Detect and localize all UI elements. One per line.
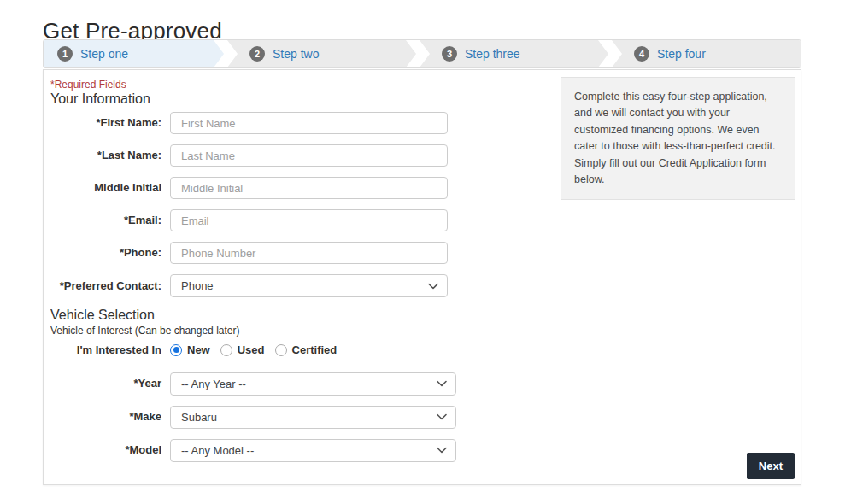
step-one-number-badge: 1	[57, 46, 73, 62]
preferred-contact-select[interactable]: Phone	[170, 274, 448, 297]
step-two-label: Step two	[273, 47, 319, 61]
radio-new-icon[interactable]	[170, 344, 182, 356]
first-name-input[interactable]	[170, 112, 448, 134]
tab-step-one[interactable]: 1 Step one	[44, 40, 224, 67]
last-name-label: *Last Name:	[50, 149, 170, 162]
step-three-number-badge: 3	[442, 46, 457, 62]
interested-in-label: I'm Interested In	[50, 343, 170, 357]
email-input[interactable]	[170, 209, 448, 231]
step-wizard: 1 Step one 2 Step two 3 Step three 4 Ste…	[43, 39, 801, 68]
vehicle-selection-subheading: Vehicle of Interest (Can be changed late…	[50, 325, 801, 337]
preferred-contact-label: *Preferred Contact:	[50, 279, 170, 293]
year-row: *Year -- Any Year --	[50, 372, 801, 396]
tab-step-three[interactable]: 3 Step three	[420, 40, 608, 67]
year-selected-value: -- Any Year --	[181, 378, 246, 390]
model-row: *Model -- Any Model --	[50, 439, 801, 462]
make-row: *Make Subaru	[50, 406, 801, 429]
next-button[interactable]: Next	[747, 453, 795, 479]
radio-used-icon[interactable]	[220, 344, 232, 356]
interested-in-row: I'm Interested In New Used Certified	[50, 343, 801, 357]
model-select[interactable]: -- Any Model --	[170, 439, 456, 462]
make-selected-value: Subaru	[181, 411, 217, 424]
application-form-panel: *Required Fields Your Information *First…	[43, 69, 801, 485]
preferred-contact-selected-value: Phone	[181, 279, 214, 292]
email-label: *Email:	[50, 214, 170, 227]
last-name-input[interactable]	[170, 144, 448, 167]
tab-step-two[interactable]: 2 Step two	[227, 40, 416, 67]
chevron-down-icon	[437, 447, 447, 454]
preferred-contact-row: *Preferred Contact: Phone	[50, 274, 801, 297]
radio-certified-label: Certified	[292, 343, 338, 356]
chevron-down-icon	[428, 283, 438, 290]
chevron-down-icon	[437, 413, 447, 420]
radio-option-new[interactable]: New	[170, 343, 210, 356]
make-select[interactable]: Subaru	[170, 406, 456, 429]
year-label: *Year	[50, 377, 170, 390]
middle-initial-input[interactable]	[170, 177, 448, 199]
step-two-number-badge: 2	[249, 46, 265, 62]
email-row: *Email:	[50, 209, 801, 231]
model-selected-value: -- Any Model --	[181, 444, 254, 457]
year-select[interactable]: -- Any Year --	[170, 372, 456, 396]
phone-input[interactable]	[170, 242, 448, 264]
phone-row: *Phone:	[50, 242, 801, 264]
radio-new-label: New	[187, 343, 210, 356]
vehicle-selection-section: Vehicle Selection Vehicle of Interest (C…	[44, 308, 801, 462]
first-name-label: *First Name:	[50, 116, 170, 130]
radio-option-used[interactable]: Used	[220, 343, 265, 356]
get-preapproved-page: Get Pre-approved 1 Step one 2 Step two 3…	[0, 0, 857, 504]
info-box: Complete this easy four-step application…	[561, 77, 795, 200]
radio-used-label: Used	[238, 343, 265, 356]
step-four-label: Step four	[657, 47, 706, 61]
model-label: *Model	[50, 443, 170, 457]
chevron-down-icon	[437, 380, 447, 387]
radio-certified-icon[interactable]	[275, 344, 287, 356]
step-one-label: Step one	[80, 47, 128, 61]
step-four-number-badge: 4	[634, 46, 649, 62]
interested-in-radio-group: New Used Certified	[170, 343, 347, 356]
step-three-label: Step three	[465, 47, 520, 61]
radio-option-certified[interactable]: Certified	[275, 343, 338, 356]
make-label: *Make	[50, 410, 170, 424]
middle-initial-label: Middle Initial	[50, 181, 170, 195]
phone-label: *Phone:	[50, 246, 170, 260]
tab-step-four[interactable]: 4 Step four	[612, 40, 801, 67]
vehicle-selection-heading: Vehicle Selection	[50, 308, 801, 323]
